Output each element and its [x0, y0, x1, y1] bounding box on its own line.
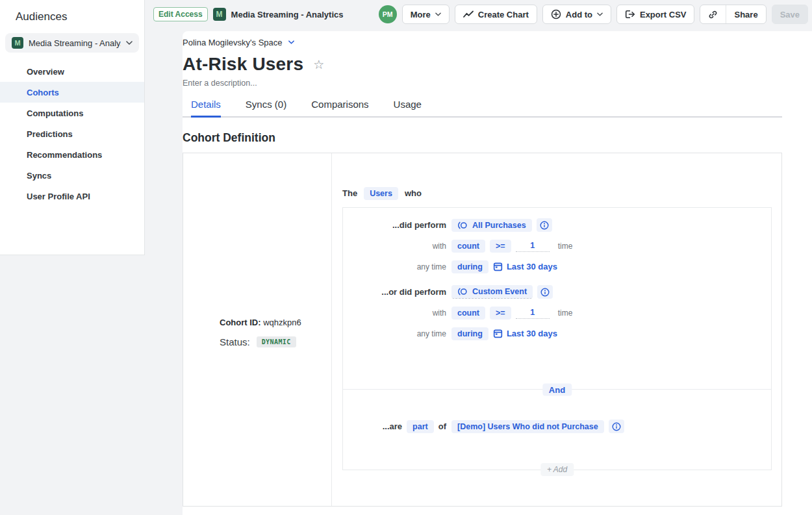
info-icon[interactable]	[537, 285, 553, 299]
date-range-label: Last 30 days	[507, 262, 557, 271]
topbar-actions: PM More Create Chart Add to	[379, 5, 808, 24]
membership-filter-section: And ...are part of [Demo] Users Who did …	[343, 389, 771, 470]
save-button[interactable]: Save	[772, 5, 808, 24]
star-icon[interactable]: ☆	[313, 58, 324, 71]
anytime-label: any time	[343, 262, 446, 271]
timeframe-mode-selector[interactable]: during	[451, 260, 488, 273]
line-chart-icon	[463, 10, 474, 18]
filter-group-box: ...did perform All Purchases	[342, 207, 772, 470]
info-icon[interactable]	[609, 420, 624, 433]
date-range-label: Last 30 days	[507, 329, 557, 338]
event-icon	[457, 287, 468, 296]
breadcrumb[interactable]: Polina Mogilevsky's Space	[183, 36, 782, 48]
event-icon	[457, 221, 468, 230]
count-value-input[interactable]: 1	[516, 307, 550, 319]
with-label: with	[343, 308, 446, 318]
sidebar-item-recommendations[interactable]: Recommendations	[0, 144, 144, 165]
sidebar-item-syncs[interactable]: Syncs	[0, 165, 144, 186]
calendar-icon	[493, 329, 503, 338]
info-icon[interactable]	[537, 218, 552, 232]
copy-link-button[interactable]	[700, 5, 726, 23]
cohort-status-row: Status: DYNAMIC	[220, 336, 296, 347]
chevron-down-icon	[288, 40, 294, 44]
tab-bar: Details Syncs (0) Comparisons Usage	[183, 99, 782, 118]
sidebar-nav: Overview Cohorts Computations Prediction…	[0, 61, 144, 207]
count-condition-row: with count >= 1 time	[343, 306, 771, 320]
tab-syncs[interactable]: Syncs (0)	[246, 99, 286, 116]
cohort-definition-heading: Cohort Definition	[183, 131, 782, 145]
workspace-logo-icon: M	[12, 37, 23, 49]
unit-label: time	[558, 242, 573, 251]
date-range-selector[interactable]: Last 30 days	[493, 329, 557, 338]
description-placeholder[interactable]: Enter a description...	[183, 79, 782, 88]
share-button[interactable]: Share	[726, 5, 765, 23]
more-button[interactable]: More	[402, 5, 450, 24]
sidebar-item-predictions[interactable]: Predictions	[0, 123, 144, 144]
membership-mode-selector[interactable]: part	[407, 420, 434, 433]
cohort-definition-panel: Cohort ID: wqhzkpn6 Status: DYNAMIC The …	[183, 153, 782, 507]
operator-selector[interactable]: >=	[490, 240, 511, 253]
subject-row: The Users who	[342, 187, 781, 199]
tab-details[interactable]: Details	[191, 99, 221, 118]
date-range-selector[interactable]: Last 30 days	[493, 262, 557, 271]
add-to-button[interactable]: Add to	[542, 5, 611, 24]
timeframe-mode-selector[interactable]: during	[451, 327, 488, 340]
calendar-icon	[493, 262, 503, 271]
create-chart-label: Create Chart	[478, 10, 529, 19]
cohort-meta-pane: Cohort ID: wqhzkpn6 Status: DYNAMIC	[183, 153, 332, 506]
breadcrumb-label: Polina Mogilevsky's Space	[183, 38, 283, 47]
chevron-down-icon	[435, 12, 441, 16]
count-value-input[interactable]: 1	[516, 240, 550, 252]
subject-selector[interactable]: Users	[364, 187, 398, 200]
event-filter-row: ...did perform All Purchases	[343, 218, 771, 232]
create-chart-button[interactable]: Create Chart	[455, 5, 537, 24]
sidebar-item-overview[interactable]: Overview	[0, 61, 144, 82]
event-name: Custom Event	[472, 287, 527, 296]
workspace-selector[interactable]: M Media Streaming - Analy...	[5, 33, 139, 53]
export-icon	[625, 10, 635, 19]
add-filter-button[interactable]: + Add	[540, 463, 574, 476]
cohort-selector[interactable]: [Demo] Users Who did not Purchase	[451, 420, 604, 433]
chevron-down-icon	[597, 12, 603, 16]
with-label: with	[343, 242, 446, 251]
subject-prefix: The	[342, 188, 357, 198]
event-selector[interactable]: All Purchases	[451, 219, 532, 232]
event-prefix: ...did perform	[343, 220, 446, 230]
cohort-id-value: wqhzkpn6	[263, 318, 301, 327]
timeframe-row: any time during Last 30 days	[343, 327, 771, 340]
share-button-group: Share	[700, 5, 766, 24]
avatar[interactable]: PM	[379, 5, 397, 23]
tab-usage[interactable]: Usage	[394, 99, 422, 116]
cohort-id-row: Cohort ID: wqhzkpn6	[220, 318, 301, 327]
operator-selector[interactable]: >=	[490, 307, 511, 320]
anytime-label: any time	[343, 329, 446, 338]
sidebar-item-user-profile-api[interactable]: User Profile API	[0, 186, 144, 207]
behavior-filter-section: ...did perform All Purchases	[343, 208, 771, 389]
unit-label: time	[558, 308, 573, 318]
membership-row: ...are part of [Demo] Users Who did not …	[343, 420, 771, 433]
event-name: All Purchases	[472, 221, 526, 230]
timeframe-row: any time during Last 30 days	[343, 260, 771, 273]
and-operator-chip[interactable]: And	[542, 384, 572, 396]
sidebar-title: Audiences	[0, 0, 144, 23]
membership-prefix: ...are	[383, 421, 402, 431]
status-badge: DYNAMIC	[257, 336, 296, 347]
membership-label: ...are part of	[343, 420, 446, 433]
export-csv-label: Export CSV	[640, 10, 687, 19]
main-content: Polina Mogilevsky's Space At-Risk Users …	[183, 31, 782, 507]
event-selector[interactable]: Custom Event	[451, 285, 533, 299]
more-button-label: More	[411, 10, 431, 19]
status-label: Status:	[220, 336, 250, 347]
cohort-id-label: Cohort ID:	[220, 318, 261, 327]
export-csv-button[interactable]: Export CSV	[616, 5, 695, 24]
edit-access-badge[interactable]: Edit Access	[153, 7, 208, 21]
workspace-label: Media Streaming - Analy...	[29, 38, 121, 48]
add-to-label: Add to	[566, 10, 592, 19]
sidebar-item-cohorts[interactable]: Cohorts	[0, 82, 144, 103]
page-title[interactable]: At-Risk Users	[183, 54, 303, 75]
sidebar-item-computations[interactable]: Computations	[0, 103, 144, 123]
tab-comparisons[interactable]: Comparisons	[311, 99, 368, 116]
metric-selector[interactable]: count	[451, 240, 485, 253]
event-filter-row: ...or did perform Custom Event	[343, 285, 771, 299]
metric-selector[interactable]: count	[451, 307, 485, 320]
